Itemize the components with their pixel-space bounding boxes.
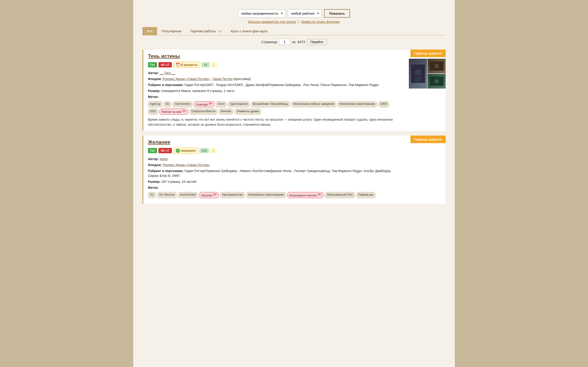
fic-image-2 [427, 59, 446, 73]
tags-label-2: Метки: [148, 186, 158, 190]
tab-arts[interactable]: Арты с Книги фан-арта [226, 27, 272, 35]
chapters-badge-2: 239 [199, 148, 209, 153]
size-text-2: 187 страниц, 19 частей [162, 180, 196, 184]
tag-nonlinear[interactable]: Нелинейное повествование [337, 101, 377, 107]
more-params-link[interactable]: Больше параметров для поиска [248, 20, 296, 24]
parts-badge: 1 [211, 62, 217, 67]
status-label: В процессе [181, 63, 198, 67]
pairing-label: Пэйринг и персонажи: [148, 83, 183, 87]
status-badge-in-progress: ⏰ В процессе [173, 61, 200, 68]
tag-ojp[interactable]: ОЖП [378, 101, 389, 107]
fic-size-row: Размер: планируется Макси, написано 8 ст… [148, 89, 400, 93]
fic-image-3 [427, 74, 446, 89]
tag2-nonlinear[interactable]: Нелинейное повествование [246, 192, 286, 198]
svg-rect-2 [415, 77, 422, 82]
tag2-grounded-oos[interactable]: Обоснованный ООС [325, 192, 355, 198]
fandom-label: Фэндом: [148, 77, 162, 81]
fic-tags-row-2: Метки: AU AU: Reverse Hurt/Comfort Насил… [148, 185, 400, 198]
size-text: планируется Макси, написано 8 страниц, 1… [162, 89, 235, 93]
pairings-text: Гарри Поттер/ОЖП , Теодор Нотт/ОЖП , Дра… [184, 83, 379, 87]
page-input[interactable] [279, 39, 290, 45]
fic-author-row-2: Автор: Arkey [148, 157, 400, 161]
fic-image-1 [409, 59, 427, 89]
fic-card-ten-istiny: Тень истины Гет NC-17 ⏰ В процессе 14 1 … [142, 50, 446, 131]
size-label: Размер: [148, 89, 161, 93]
tag-angst[interactable]: Ангст [216, 101, 227, 107]
chapters-badge: 14 [201, 62, 209, 67]
size-label-2: Размер: [148, 180, 161, 184]
tab-popular[interactable]: Популярные [157, 27, 186, 35]
requests-link[interactable]: Заявки по этому фэндому [301, 20, 340, 24]
tag-underage[interactable]: Underage 18+ [194, 101, 215, 107]
tab-hot-label: Горячие работы [190, 29, 216, 33]
tag-rating-sex[interactable]: Рейтинг за секс 18+ [159, 108, 188, 115]
author-link[interactable]: __.Тасу.__ [160, 71, 175, 75]
fandom-comma: , [211, 77, 212, 81]
tab-hot-count: 143 [217, 30, 222, 33]
check-icon: ✓ [176, 149, 180, 153]
status-badge-completed: ✓ Завершён [173, 148, 198, 154]
tag-au[interactable]: AU [164, 101, 172, 107]
hot-badge: Горячая работа! [410, 50, 446, 57]
clock-icon: ⏰ [176, 63, 180, 67]
direction-badge-2: Гет [148, 148, 157, 153]
status-label-2: Завершён [181, 149, 195, 152]
pairings-text-2: Гарри Поттер/Гермиона Грейнджер , Невилл… [148, 169, 391, 177]
page-wrapper: любая направленность Гет Слэш Фемслэш Дж… [133, 0, 455, 367]
link-separator: | [298, 20, 300, 24]
tag2-first-time[interactable]: Первый раз [356, 192, 376, 198]
tags-label: Метки: [148, 95, 158, 99]
search-links: Больше параметров для поиска | Заявки по… [142, 20, 446, 24]
pagination-total: 5473 [297, 40, 305, 44]
author-label-2: Автор: [148, 157, 159, 161]
tag-magic-schools[interactable]: Магические учебные заведения [291, 101, 336, 107]
fic-tags-list-2: AU AU: Reverse Hurt/Comfort Насилие 18+ … [148, 192, 400, 198]
direction-select[interactable]: любая направленность Гет Слэш Фемслэш Дж… [238, 9, 285, 17]
hot-badge-2: Горячая работа! [410, 135, 446, 143]
tab-all[interactable]: Все [142, 27, 157, 35]
fandom2-link[interactable]: Гарри Поттер [212, 77, 233, 81]
fandom1-link-2[interactable]: Роулинг Джоан «Гарри Поттер» [163, 163, 210, 167]
svg-point-6 [434, 79, 439, 83]
tag2-mentoring[interactable]: Наставничество [220, 192, 245, 198]
fic-pairing-row: Пэйринг и персонажи: Гарри Поттер/ОЖП , … [148, 83, 400, 87]
fic-card-content-2: Желание Гет NC-17 ✓ Завершён 239 4 Автор… [148, 139, 441, 198]
pagination-separator: из [292, 40, 296, 44]
fic-description: Время замело следы, и, кажется, что вот-… [148, 117, 400, 127]
tag-wizards[interactable]: Волшебники / Волшебницы [251, 101, 290, 107]
tag-aristocracy[interactable]: Аристократия [228, 101, 250, 107]
tag2-profanity[interactable]: Нецензурная лексика 18+ [287, 192, 324, 198]
rating-select[interactable]: любой рейтинг G PG-13 R NC-17 [288, 9, 322, 17]
author-link-2[interactable]: Arkey [160, 157, 168, 161]
tag-superpowers[interactable]: Сверхспособности [190, 108, 217, 115]
fic-fandom-row-2: Фэндом: Роулинг Джоан «Гарри Поттер» [148, 163, 400, 167]
direction-badge: Гет [148, 62, 157, 67]
author-label: Автор: [148, 71, 159, 75]
fic-card-content: Тень истины Гет NC-17 ⏰ В процессе 14 1 … [148, 53, 441, 127]
fic-fandom-row: Фэндом: Роулинг Джоан «Гарри Поттер» , Г… [148, 77, 400, 81]
fic-tags-row: Метки: Aged up AU Hurt/Comfort Underage … [148, 94, 400, 115]
pagination: Страница из 5473 Перейти [142, 39, 446, 45]
fandom1-link[interactable]: Роулинг Джоан «Гарри Поттер» [163, 77, 210, 81]
svg-point-4 [434, 64, 439, 68]
fic-size-row-2: Размер: 187 страниц, 19 частей [148, 179, 400, 184]
svg-point-1 [415, 69, 422, 76]
rating-badge: NC-17 [158, 62, 172, 67]
tag-drama-elements[interactable]: Элементы драмы [234, 108, 261, 115]
rating-badge-2: NC-17 [158, 148, 172, 153]
page-go-button[interactable]: Перейти [307, 39, 327, 45]
tag2-hurt-comfort[interactable]: Hurt/Comfort [178, 192, 198, 198]
tab-hot[interactable]: Горячие работы 143 [186, 27, 226, 35]
tag2-au[interactable]: AU [148, 192, 156, 198]
tag2-violence[interactable]: Насилие 18+ [199, 192, 219, 198]
tag-oos[interactable]: ООС [148, 108, 158, 115]
fandom-label-2: Фэндом: [148, 163, 162, 167]
fic-author-row: Автор: __.Тасу.__ [148, 71, 400, 75]
fic-title-ten-istiny[interactable]: Тень истины [148, 53, 180, 59]
show-button[interactable]: Показать [324, 9, 350, 18]
fic-title-zhelanie[interactable]: Желание [148, 139, 170, 145]
tag2-au-reverse[interactable]: AU: Reverse [157, 192, 177, 198]
tag-fantasy[interactable]: Фэнтези [219, 108, 233, 115]
tag-hurt-comfort[interactable]: Hurt/Comfort [173, 101, 192, 107]
tag-aged-up[interactable]: Aged up [148, 101, 162, 107]
